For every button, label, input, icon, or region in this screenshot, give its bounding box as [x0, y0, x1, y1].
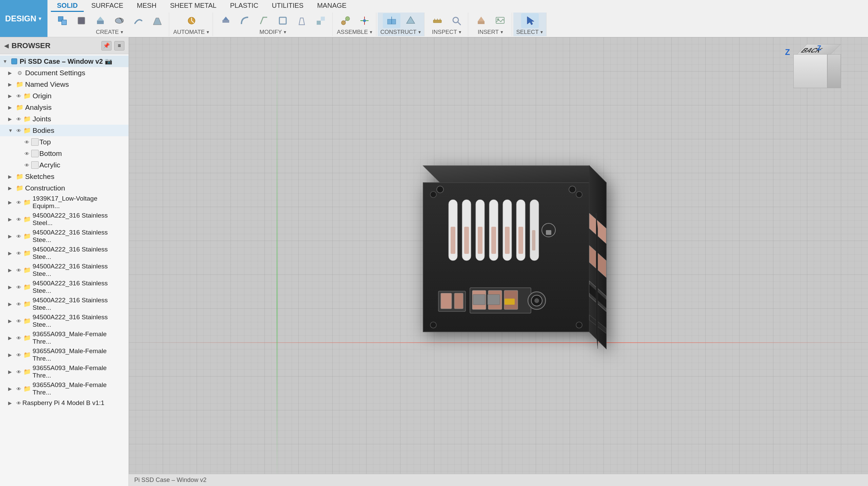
comp-93655-4-expand-arrow[interactable]: ▶ [8, 386, 15, 391]
bodies-visibility-icon[interactable]: 👁 [15, 127, 22, 134]
analysis-expand-arrow[interactable]: ▶ [8, 105, 15, 110]
inspect-icon[interactable] [448, 13, 465, 28]
comp-94500-3-visibility-icon[interactable]: 👁 [15, 249, 22, 257]
comp-94500-7-expand-arrow[interactable]: ▶ [8, 318, 15, 324]
inspect-label[interactable]: INSPECT ▼ [432, 29, 462, 36]
browser-collapse-button[interactable]: ◀ [4, 42, 9, 49]
comp-rpi-expand-arrow[interactable]: ▶ [8, 400, 15, 406]
construction-expand-arrow[interactable]: ▶ [8, 185, 15, 191]
tree-item-bodies[interactable]: ▼ 👁 📁 Bodies [0, 125, 129, 136]
loft-icon[interactable] [149, 13, 166, 28]
comp-94500-2-expand-arrow[interactable]: ▶ [8, 234, 15, 239]
construct-plane-icon[interactable] [383, 13, 400, 28]
browser-pin-button[interactable]: 📌 [101, 41, 112, 50]
viewcube-right-face[interactable] [827, 54, 841, 88]
revolve-icon[interactable] [111, 13, 128, 28]
tree-item-comp-1939[interactable]: ▶ 👁 📁 1939K17_Low-Voltage Equipm... [0, 194, 129, 211]
tree-item-comp-94500-3[interactable]: ▶ 👁 📁 94500A222_316 Stainless Stee... [0, 245, 129, 262]
joint-origin-icon[interactable] [356, 13, 373, 28]
tree-item-analysis[interactable]: ▶ 📁 Analysis [0, 102, 129, 113]
named-views-expand-arrow[interactable]: ▶ [8, 82, 15, 87]
comp-93655-2-visibility-icon[interactable]: 👁 [15, 351, 22, 359]
viewport[interactable]: Z [129, 37, 868, 486]
bodies-expand-arrow[interactable]: ▼ [8, 128, 15, 133]
new-body-icon[interactable] [73, 13, 90, 28]
joints-expand-arrow[interactable]: ▶ [8, 116, 15, 122]
body-bottom-visibility-icon[interactable]: 👁 [23, 150, 31, 157]
comp-94500-7-visibility-icon[interactable]: 👁 [15, 317, 22, 325]
tree-item-comp-93655-4[interactable]: ▶ 👁 📁 93655A093_Male-Female Thre... [0, 380, 129, 397]
tree-item-named-views[interactable]: ▶ 📁 Named Views [0, 79, 129, 90]
comp-94500-4-expand-arrow[interactable]: ▶ [8, 267, 15, 273]
tab-mesh[interactable]: MESH [131, 0, 163, 12]
tree-item-joints[interactable]: ▶ 👁 📁 Joints [0, 113, 129, 125]
comp-94500-3-expand-arrow[interactable]: ▶ [8, 250, 15, 256]
tree-item-comp-94500-4[interactable]: ▶ 👁 📁 94500A222_316 Stainless Stee... [0, 262, 129, 279]
tree-item-comp-94500-7[interactable]: ▶ 👁 📁 94500A222_316 Stainless Stee... [0, 312, 129, 329]
fillet-icon[interactable] [236, 13, 254, 28]
doc-settings-expand-arrow[interactable]: ▶ [8, 70, 15, 76]
insert-label[interactable]: INSERT ▼ [478, 29, 504, 36]
comp-93655-1-expand-arrow[interactable]: ▶ [8, 335, 15, 341]
modify-label[interactable]: MODIFY ▼ [259, 29, 287, 36]
design-button[interactable]: DESIGN ▼ [0, 0, 47, 37]
sweep-icon[interactable] [130, 13, 147, 28]
tab-plastic[interactable]: PLASTIC [224, 0, 264, 12]
comp-94500-5-expand-arrow[interactable]: ▶ [8, 284, 15, 290]
body-top-visibility-icon[interactable]: 👁 [23, 138, 31, 146]
tab-manage[interactable]: MANAGE [311, 0, 353, 12]
tree-item-comp-93655-2[interactable]: ▶ 👁 📁 93655A093_Male-Female Thre... [0, 346, 129, 363]
new-component-icon[interactable] [54, 13, 71, 28]
comp-1939-expand-arrow[interactable]: ▶ [8, 200, 15, 205]
tab-sheet-metal[interactable]: SHEET METAL [164, 0, 222, 12]
tree-item-comp-94500-1[interactable]: ▶ 👁 📁 94500A222_316 Stainless Steel... [0, 211, 129, 228]
chamfer-icon[interactable] [255, 13, 273, 28]
insert-icon[interactable] [472, 13, 490, 28]
sketches-expand-arrow[interactable]: ▶ [8, 174, 15, 179]
comp-94500-2-visibility-icon[interactable]: 👁 [15, 232, 22, 240]
comp-94500-1-visibility-icon[interactable]: 👁 [15, 216, 22, 223]
tree-item-origin[interactable]: ▶ 👁 📁 Origin [0, 90, 129, 102]
tree-item-document-settings[interactable]: ▶ ⚙ Document Settings [0, 67, 129, 79]
select-icon[interactable] [521, 13, 539, 28]
comp-94500-4-visibility-icon[interactable]: 👁 [15, 266, 22, 274]
joint-icon[interactable] [337, 13, 354, 28]
extrude-icon[interactable] [92, 13, 109, 28]
comp-94500-5-visibility-icon[interactable]: 👁 [15, 283, 22, 291]
tree-item-comp-rpi[interactable]: ▶ 👁 Raspberry Pi 4 Model B v1:1 [0, 397, 129, 409]
comp-93655-3-expand-arrow[interactable]: ▶ [8, 369, 15, 374]
comp-94500-1-expand-arrow[interactable]: ▶ [8, 217, 15, 222]
automate-icon[interactable] [183, 13, 200, 28]
select-label[interactable]: SELECT ▼ [516, 29, 544, 36]
construct-label[interactable]: CONSTRUCT ▼ [380, 29, 422, 36]
tree-item-body-top[interactable]: ▶ 👁 Top [0, 136, 129, 148]
tree-item-root[interactable]: ▼ Pi SSD Case – Window v2 📷 [0, 56, 129, 67]
viewcube[interactable]: BACK Z [793, 44, 848, 98]
comp-rpi-visibility-icon[interactable]: 👁 [15, 399, 22, 407]
comp-94500-6-visibility-icon[interactable]: 👁 [15, 300, 22, 308]
automate-label[interactable]: AUTOMATE ▼ [173, 29, 210, 36]
shell-icon[interactable] [274, 13, 292, 28]
tree-item-comp-93655-1[interactable]: ▶ 👁 📁 93655A093_Male-Female Thre... [0, 329, 129, 346]
body-acrylic-visibility-icon[interactable]: 👁 [23, 161, 31, 169]
assemble-label[interactable]: ASSEMBLE ▼ [337, 29, 373, 36]
comp-93655-1-visibility-icon[interactable]: 👁 [15, 334, 22, 342]
push-pull-icon[interactable] [217, 13, 235, 28]
comp-93655-2-expand-arrow[interactable]: ▶ [8, 352, 15, 358]
viewcube-front-face[interactable] [793, 54, 827, 88]
draft-icon[interactable] [293, 13, 311, 28]
tab-utilities[interactable]: UTILITIES [266, 0, 310, 12]
tree-item-body-acrylic[interactable]: ▶ 👁 Acrylic [0, 159, 129, 171]
root-expand-arrow[interactable]: ▼ [3, 59, 9, 64]
tree-item-construction[interactable]: ▶ 📁 Construction [0, 182, 129, 194]
measure-icon[interactable] [429, 13, 446, 28]
tree-item-comp-94500-6[interactable]: ▶ 👁 📁 94500A222_316 Stainless Stee... [0, 296, 129, 312]
tab-surface[interactable]: SURFACE [85, 0, 129, 12]
construct-axis-icon[interactable] [402, 13, 419, 28]
scale-icon[interactable] [312, 13, 330, 28]
design-dropdown-arrow[interactable]: ▼ [38, 16, 42, 21]
tree-item-body-bottom[interactable]: ▶ 👁 Bottom [0, 148, 129, 159]
comp-94500-6-expand-arrow[interactable]: ▶ [8, 301, 15, 307]
create-label[interactable]: CREATE ▼ [96, 29, 124, 36]
insert-image-icon[interactable] [491, 13, 509, 28]
